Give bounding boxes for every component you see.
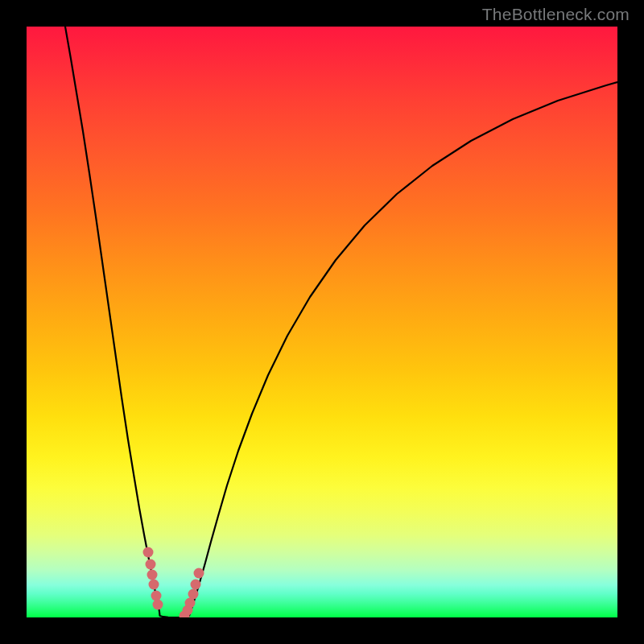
bottleneck-curve — [27, 27, 617, 617]
plot-area — [27, 27, 617, 617]
watermark-text: TheBottleneck.com — [482, 5, 630, 24]
chart-frame: TheBottleneck.com — [0, 0, 644, 644]
